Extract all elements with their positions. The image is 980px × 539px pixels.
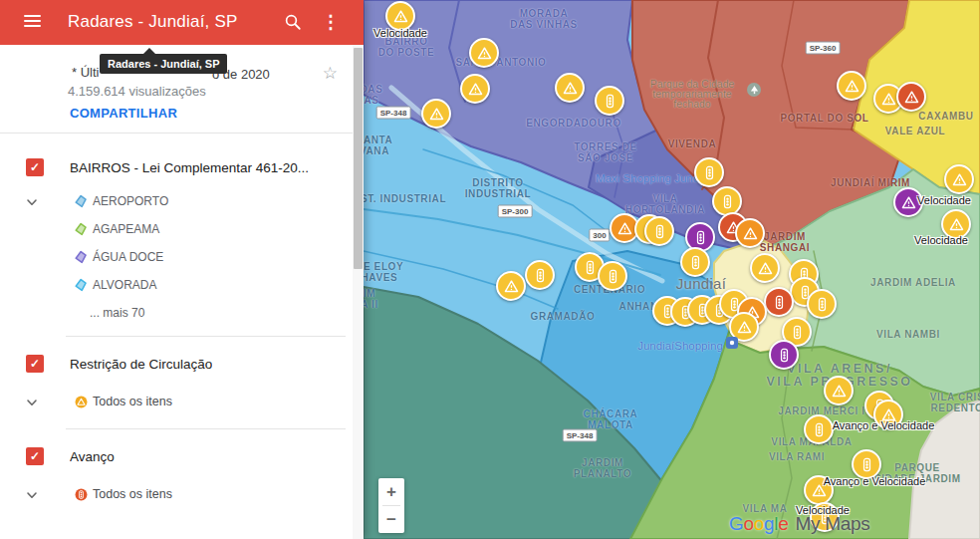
layer-item[interactable]: Todos os itens [0,476,364,512]
google-logo-letters: Google [729,513,789,534]
map-area-label: PORTAL DO SOL [780,113,868,124]
google-my-maps-logo: GoogleMy Maps [729,513,870,535]
layer-section: ✓AvançoTodos os itens [0,436,364,512]
layer-checkbox[interactable]: ✓ [26,355,44,373]
warning-marker-icon[interactable] [555,73,585,103]
layer-item[interactable]: Todos os itens [0,384,364,419]
traffic-signal-marker-icon[interactable] [644,216,674,246]
warning-marker-icon[interactable] [824,376,854,405]
warning-marker-icon[interactable] [735,218,765,248]
zoom-in-button[interactable]: + [378,478,404,505]
map-area-label: JARDIM ADELIA [870,277,956,288]
layer-items: Todos os itens [0,384,364,419]
sidebar-scrollbar[interactable] [353,45,364,539]
road-badge: 300 [589,229,610,242]
map-area-label: DASAS [364,84,382,106]
traffic-signal-marker-icon[interactable] [804,414,834,444]
map-area-label: VALE AZUL [885,126,945,136]
layer-item[interactable]: AEROPORTO [0,187,364,215]
layer-item-label: Todos os itens [93,487,172,501]
warning-marker-icon[interactable] [944,164,974,194]
scrollbar-thumb[interactable] [354,48,363,269]
map-area-label: TORRES DESÃO JOSÉ [574,141,637,163]
layer-items: AEROPORTOAGAPEAMAÁGUA DOCEALVORADA... ma… [0,187,364,327]
traffic-signal-marker-icon[interactable] [680,247,710,277]
warning-marker-icon[interactable] [421,99,451,129]
polygon-icon [74,222,88,236]
search-icon[interactable] [284,13,302,31]
section-divider [66,428,346,429]
map-area-label: MORADADAS VINHAS [510,8,578,30]
layer-section: ✓BAIRROS - Lei Complementar 461-20...AER… [0,147,364,327]
marker-label: Avanço e Velocidade [824,475,926,487]
polygon-icon [74,278,88,292]
last-updated-text: * Últi o de 2020 [72,65,99,80]
app-header: Radares - Jundiaí, SP ⋮ [0,0,364,45]
layer-checkbox[interactable]: ✓ [26,447,44,465]
layer-item[interactable]: ÁGUA DOCE [0,243,364,271]
chevron-down-icon[interactable] [26,395,38,412]
chevron-down-icon[interactable] [26,194,38,212]
map-area-label: Maxi Shopping Jund [596,173,699,184]
map-area-label: VILA MA [743,503,788,514]
polygon-icon [74,194,88,208]
road-badge: SP-348 [376,107,411,120]
layer-item[interactable]: ALVORADA [0,271,364,299]
road-badge: SP-360 [806,42,841,55]
warning-circle-icon [74,395,88,408]
section-divider [66,336,346,337]
marker-label: Velocidade [914,234,968,246]
traffic-signal-marker-icon[interactable] [525,260,555,290]
traffic-signal-marker-icon[interactable] [598,261,627,291]
zoom-out-button[interactable]: − [378,506,404,533]
traffic-signal-marker-icon[interactable] [712,186,742,216]
layer-checkbox[interactable]: ✓ [26,158,44,176]
zoom-control: + − [378,478,404,533]
map-area-label: ST. INDUSTRIAL [364,193,446,204]
marker-label: Velocidade [373,27,427,39]
layer-item[interactable]: AGAPEAMA [0,215,364,243]
map-area-label: Jundiaí [676,278,726,289]
traffic-signal-marker-icon[interactable] [694,157,724,187]
map-area-label: DISTRITOINDUSTRIAL [465,177,532,199]
park-icon [747,83,761,97]
layer-title[interactable]: Restrição de Circulação [70,357,212,372]
shopping-pin-icon [726,337,738,349]
warning-marker-icon[interactable] [750,253,780,283]
warning-marker-icon[interactable] [460,74,490,104]
warning-marker-icon[interactable] [896,82,926,112]
layer-item-label: Todos os itens [93,395,172,408]
share-button[interactable]: COMPARTILHAR [70,106,177,121]
marker-label: Velocidade [917,194,971,206]
traffic-signal-marker-icon[interactable] [769,340,799,370]
show-more-link[interactable]: ... mais 70 [0,299,364,327]
layer-item-label: AEROPORTO [93,194,168,208]
map-area-label: VILA CRISREDENTO [930,392,980,413]
warning-marker-icon[interactable] [837,71,866,101]
map-area-label: GRAMADÃO [531,311,596,322]
layer-item-label: ÁGUA DOCE [93,250,163,264]
map-canvas[interactable]: BAIRRODO POSTEMORADADAS VINHASSANTO ANTO… [364,0,980,539]
my-maps-logo-text: My Maps [796,513,870,534]
more-options-icon[interactable]: ⋮ [322,11,340,33]
map-area-label: BAIRRODO POSTE [378,36,434,58]
traffic-signal-marker-icon[interactable] [807,289,837,319]
traffic-signal-marker-icon[interactable] [595,86,624,116]
map-area-label: IMA II [364,288,378,310]
layer-header: ✓Avanço [0,436,364,476]
chevron-down-icon[interactable] [26,487,38,505]
traffic-signal-marker-icon[interactable] [764,287,794,317]
layer-title[interactable]: BAIRROS - Lei Complementar 461-20... [70,160,309,175]
page-title: Radares - Jundiaí, SP [68,12,238,32]
map-info-section: * Últi o de 2020 4.159.614 visualizações… [0,45,364,134]
map-area-label: VILA RAMI [769,451,825,462]
layer-section: ✓Restrição de CirculaçãoTodos os itens [0,344,364,419]
menu-icon[interactable] [24,15,41,30]
star-icon[interactable]: ☆ [323,63,338,84]
signal-circle-icon [74,487,88,501]
layer-item-label: AGAPEAMA [93,222,159,236]
warning-marker-icon[interactable] [496,271,526,301]
warning-marker-icon[interactable] [469,38,499,68]
layer-item-label: ALVORADA [93,278,156,292]
layer-title[interactable]: Avanço [70,449,115,464]
